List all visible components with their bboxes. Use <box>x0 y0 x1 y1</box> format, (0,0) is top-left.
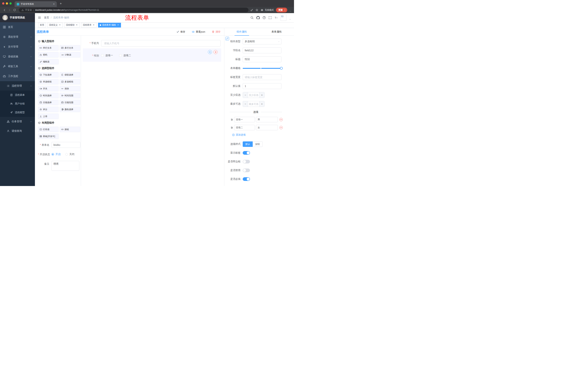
kebab-menu-icon[interactable] <box>284 9 286 11</box>
sidebar-toggle-button[interactable] <box>35 16 44 19</box>
component-switch[interactable]: 开关 <box>38 86 59 91</box>
max-select-input[interactable] <box>248 101 259 107</box>
toolbar-chevron-down-icon[interactable] <box>289 10 292 12</box>
style-button-button[interactable]: 按钮 <box>253 141 262 147</box>
component-row-container[interactable]: 行容器 <box>38 127 59 132</box>
sidebar-logo[interactable]: 芋道管理系统 <box>0 13 35 22</box>
window-minimize-button[interactable] <box>6 2 8 5</box>
required-toggle[interactable] <box>243 177 250 181</box>
component-type-select[interactable] <box>243 39 282 44</box>
status-on-radio[interactable]: 开启 <box>52 151 61 157</box>
reload-button[interactable] <box>12 8 17 12</box>
sidebar-item-leave-query[interactable]: 请假查询 <box>0 126 35 136</box>
tag-close-icon[interactable]: × <box>59 24 61 26</box>
component-multi-line-text[interactable]: 多行文本 <box>60 45 80 51</box>
component-date-range[interactable]: 日期范围 <box>60 100 80 105</box>
title-input[interactable] <box>243 56 282 62</box>
password-key-icon[interactable] <box>250 9 253 11</box>
option-value-input[interactable] <box>256 125 278 130</box>
sidebar-item-user-group[interactable]: 用户分组 <box>0 99 35 108</box>
increase-button[interactable]: + <box>259 92 264 98</box>
increase-button[interactable]: + <box>259 101 264 107</box>
remove-option-button[interactable] <box>279 126 283 129</box>
save-button[interactable]: 保存 <box>177 30 185 33</box>
field-name-input[interactable] <box>243 47 282 53</box>
new-tab-button[interactable]: + <box>58 1 63 6</box>
bookmark-star-icon[interactable] <box>255 9 258 11</box>
component-select[interactable]: 下拉选择 <box>38 72 59 77</box>
github-icon[interactable] <box>256 16 260 20</box>
label-width-input[interactable] <box>243 74 282 80</box>
forward-button[interactable] <box>7 8 12 12</box>
delete-field-button[interactable] <box>214 50 218 54</box>
sidebar-item-process-model[interactable]: 流程模型 <box>0 108 35 117</box>
form-name-input[interactable] <box>52 142 80 148</box>
add-option-button[interactable]: 添加选项 <box>232 133 246 137</box>
user-avatar[interactable] <box>281 15 286 21</box>
sidebar-item-infra[interactable]: 基础设施 <box>0 52 35 62</box>
sidebar-item-process-form[interactable]: 流程表单 <box>0 91 35 99</box>
option-label-input[interactable] <box>234 125 255 130</box>
tab-form-props[interactable]: 表单属性 <box>259 28 294 35</box>
tag-home[interactable]: 首页 <box>38 23 46 28</box>
component-editor[interactable]: 编辑器 <box>38 59 59 64</box>
status-off-radio[interactable]: 关闭 <box>65 151 74 157</box>
grid-slider[interactable] <box>243 65 282 71</box>
drag-handle-icon[interactable] <box>231 127 233 129</box>
clear-button[interactable]: 清空 <box>212 30 220 33</box>
disabled-toggle[interactable] <box>243 169 250 172</box>
gender-option2-checkbox[interactable]: 选项二 <box>119 54 131 57</box>
option-label-input[interactable] <box>234 117 255 122</box>
canvas-field-phone[interactable]: 手机号 <box>83 40 221 47</box>
show-label-toggle[interactable] <box>243 151 250 155</box>
font-size-icon[interactable]: TT <box>274 16 278 19</box>
anchor-link-icon[interactable] <box>225 37 229 40</box>
sidebar-item-workflow[interactable]: 工作流程 <box>0 71 35 81</box>
form-remark-textarea[interactable]: 嘿嘿 <box>52 161 79 171</box>
decrease-button[interactable]: − <box>243 92 248 98</box>
sidebar-item-system[interactable]: 系统管理 <box>0 32 35 42</box>
component-color-picker[interactable]: 颜色选择 <box>60 107 80 112</box>
slider-handle[interactable] <box>280 67 283 70</box>
remove-option-button[interactable] <box>279 118 283 121</box>
sidebar-item-devtools[interactable]: 研发工具 <box>0 62 35 71</box>
component-button[interactable]: 按钮 <box>60 127 80 132</box>
component-table[interactable]: 表格[开发中] <box>38 134 59 139</box>
default-value-input[interactable] <box>243 83 282 89</box>
component-time-range[interactable]: 时间范围 <box>60 93 80 98</box>
tag-process-form[interactable]: 流程表单 × <box>81 23 97 28</box>
update-button[interactable]: 更新 <box>276 8 287 12</box>
sidebar-item-process-management[interactable]: 流程管理 <box>0 81 35 91</box>
style-default-button[interactable]: 默认 <box>243 141 253 147</box>
canvas-field-gender[interactable]: 性别 选项一 选项二 <box>83 48 221 62</box>
gender-option1-checkbox[interactable]: 选项一 <box>101 54 113 57</box>
tag-process-model[interactable]: 流程模型 × <box>64 23 80 28</box>
back-button[interactable] <box>2 8 7 12</box>
component-date-picker[interactable]: 日期选择 <box>38 100 59 105</box>
tag-process-definition[interactable]: 流程定义 × <box>47 23 63 28</box>
component-counter[interactable]: 123 计数器 <box>60 52 80 57</box>
sidebar-item-payment[interactable]: ¥ 支付管理 <box>0 42 35 52</box>
view-json-button[interactable]: 查看json <box>192 30 205 33</box>
breadcrumb-home[interactable]: 首页 <box>44 16 49 19</box>
window-zoom-button[interactable] <box>10 2 12 5</box>
component-password[interactable]: 密码 <box>38 52 59 57</box>
address-bar[interactable]: 不安全 | dashboard.yudao.iocoder.cn/bpm/man… <box>19 8 249 12</box>
component-slider[interactable]: 滑块 <box>60 86 80 91</box>
avatar-caret-down-icon[interactable] <box>289 18 291 20</box>
window-close-button[interactable] <box>2 2 4 5</box>
component-radio-group[interactable]: 单选框组 <box>38 79 59 85</box>
copy-field-button[interactable] <box>208 50 212 54</box>
component-upload[interactable]: 上传 <box>38 114 59 119</box>
border-toggle[interactable] <box>243 160 250 163</box>
phone-input[interactable] <box>101 40 220 47</box>
component-cascader[interactable]: 级联选择 <box>60 72 80 77</box>
browser-tab[interactable]: 芋道管理系统 × <box>15 1 57 7</box>
sidebar-item-home[interactable]: 首页 <box>0 22 35 32</box>
component-single-line-text[interactable]: 单行文本 <box>38 45 59 51</box>
decrease-button[interactable]: − <box>243 101 248 107</box>
tag-close-icon[interactable]: × <box>117 24 119 26</box>
tab-close-icon[interactable]: × <box>52 3 55 6</box>
component-time-picker[interactable]: 时间选择 <box>38 93 59 98</box>
component-rate[interactable]: 评分 <box>38 107 59 112</box>
